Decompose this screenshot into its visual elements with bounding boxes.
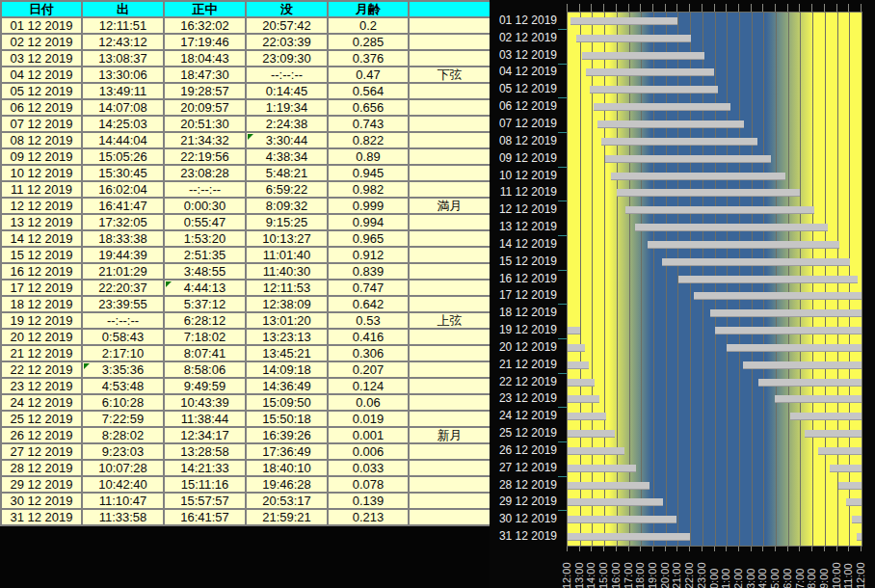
cell-phase[interactable] [409,50,491,67]
cell-phase[interactable] [409,247,491,263]
cell-transit[interactable]: 14:21:33 [164,460,246,476]
cell-date[interactable]: 16 12 2019 [1,263,82,280]
cell-date[interactable]: 09 12 2019 [1,148,82,165]
cell-phase[interactable] [409,132,491,148]
cell-phase[interactable] [409,394,491,411]
cell-phase[interactable] [409,17,491,34]
cell-transit[interactable]: 23:08:28 [164,165,246,181]
cell-transit[interactable]: 4:44:13 [164,280,246,296]
cell-date[interactable]: 04 12 2019 [1,67,82,83]
cell-set[interactable]: 15:50:18 [246,411,328,427]
cell-transit[interactable]: 8:07:41 [164,345,246,361]
cell-rise[interactable]: 15:30:45 [82,165,164,181]
cell-age[interactable]: 0.89 [328,148,409,165]
cell-age[interactable]: 0.213 [328,509,409,525]
cell-transit[interactable]: 16:32:02 [164,17,246,34]
cell-rise[interactable]: 21:01:29 [82,263,164,280]
cell-set[interactable]: 14:36:49 [246,378,328,394]
cell-set[interactable]: 14:09:18 [246,361,328,378]
cell-date[interactable]: 19 12 2019 [1,312,82,329]
cell-age[interactable]: 0.416 [328,329,409,345]
cell-transit[interactable]: 6:28:12 [164,312,246,329]
cell-age[interactable]: 0.994 [328,214,409,230]
cell-rise[interactable]: 16:41:47 [82,198,164,214]
cell-set[interactable]: 12:11:53 [246,280,328,296]
cell-age[interactable]: 0.999 [328,198,409,214]
cell-transit[interactable]: 15:11:16 [164,476,246,493]
cell-date[interactable]: 02 12 2019 [1,34,82,50]
cell-date[interactable]: 13 12 2019 [1,214,82,230]
cell-transit[interactable]: 16:41:57 [164,509,246,525]
cell-age[interactable]: 0.656 [328,99,409,116]
cell-date[interactable]: 27 12 2019 [1,443,82,460]
cell-set[interactable]: 13:23:13 [246,329,328,345]
cell-set[interactable]: 2:24:38 [246,116,328,132]
cell-age[interactable]: 0.285 [328,34,409,50]
cell-age[interactable]: 0.912 [328,247,409,263]
cell-date[interactable]: 26 12 2019 [1,427,82,443]
cell-rise[interactable]: 16:02:04 [82,181,164,198]
cell-transit[interactable]: 3:48:55 [164,263,246,280]
cell-transit[interactable]: 10:43:39 [164,394,246,411]
cell-rise[interactable]: 9:23:03 [82,443,164,460]
cell-date[interactable]: 22 12 2019 [1,361,82,378]
cell-age[interactable]: 0.124 [328,378,409,394]
cell-set[interactable]: 6:59:22 [246,181,328,198]
cell-rise[interactable]: 10:42:40 [82,476,164,493]
cell-date[interactable]: 01 12 2019 [1,17,82,34]
cell-set[interactable]: 1:19:34 [246,99,328,116]
cell-rise[interactable]: 4:53:48 [82,378,164,394]
cell-transit[interactable]: 5:37:12 [164,296,246,312]
cell-set[interactable]: 8:09:32 [246,198,328,214]
cell-rise[interactable]: 19:44:39 [82,247,164,263]
cell-set[interactable]: 21:59:21 [246,509,328,525]
cell-phase[interactable] [409,99,491,116]
cell-age[interactable]: 0.945 [328,165,409,181]
cell-date[interactable]: 23 12 2019 [1,378,82,394]
cell-transit[interactable]: --:--:-- [164,181,246,198]
cell-rise[interactable]: 0:58:43 [82,329,164,345]
cell-phase[interactable] [409,378,491,394]
cell-date[interactable]: 20 12 2019 [1,329,82,345]
cell-transit[interactable]: 21:34:32 [164,132,246,148]
cell-rise[interactable]: 15:05:26 [82,148,164,165]
cell-transit[interactable]: 18:04:43 [164,50,246,67]
cell-transit[interactable]: 2:51:35 [164,247,246,263]
cell-phase[interactable] [409,476,491,493]
cell-phase[interactable] [409,214,491,230]
cell-age[interactable]: 0.139 [328,493,409,509]
cell-date[interactable]: 29 12 2019 [1,476,82,493]
cell-age[interactable]: 0.033 [328,460,409,476]
cell-transit[interactable]: 9:49:59 [164,378,246,394]
cell-phase[interactable] [409,493,491,509]
cell-rise[interactable]: 14:07:08 [82,99,164,116]
cell-phase[interactable] [409,280,491,296]
cell-date[interactable]: 10 12 2019 [1,165,82,181]
cell-rise[interactable]: 13:30:06 [82,67,164,83]
cell-set[interactable]: 23:09:30 [246,50,328,67]
cell-rise[interactable]: 12:11:51 [82,17,164,34]
cell-age[interactable]: 0.564 [328,83,409,99]
cell-rise[interactable]: 13:08:37 [82,50,164,67]
cell-set[interactable]: 11:40:30 [246,263,328,280]
cell-phase[interactable] [409,165,491,181]
cell-rise[interactable]: 22:20:37 [82,280,164,296]
cell-set[interactable]: 0:14:45 [246,83,328,99]
cell-age[interactable]: 0.078 [328,476,409,493]
cell-rise[interactable]: 7:22:59 [82,411,164,427]
cell-rise[interactable]: 6:10:28 [82,394,164,411]
cell-transit[interactable]: 7:18:02 [164,329,246,345]
cell-date[interactable]: 11 12 2019 [1,181,82,198]
cell-age[interactable]: 0.982 [328,181,409,198]
cell-set[interactable]: 9:15:25 [246,214,328,230]
cell-date[interactable]: 07 12 2019 [1,116,82,132]
cell-rise[interactable]: 14:25:03 [82,116,164,132]
cell-rise[interactable]: 11:10:47 [82,493,164,509]
cell-date[interactable]: 24 12 2019 [1,394,82,411]
cell-date[interactable]: 17 12 2019 [1,280,82,296]
cell-set[interactable]: 11:01:40 [246,247,328,263]
cell-age[interactable]: 0.747 [328,280,409,296]
cell-set[interactable]: 13:45:21 [246,345,328,361]
cell-phase[interactable] [409,263,491,280]
cell-phase[interactable]: 下弦 [409,67,491,83]
